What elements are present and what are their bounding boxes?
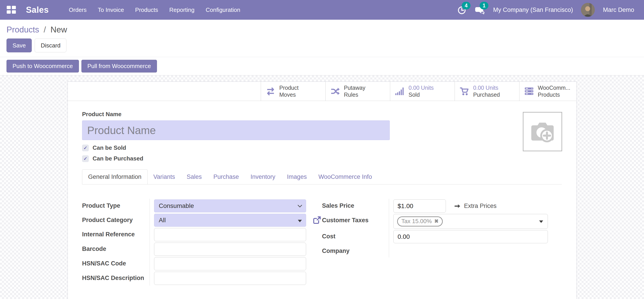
menu-to-invoice[interactable]: To Invoice: [97, 5, 124, 15]
tab-purchase[interactable]: Purchase: [208, 169, 245, 184]
avatar-photo: [581, 3, 595, 17]
shuffle-icon: [330, 87, 340, 96]
hsn-sac-description-row: HSN/SAC Description: [82, 271, 306, 285]
activities-button[interactable]: 4: [457, 5, 467, 15]
stat-value: 0.00 Units: [408, 84, 434, 91]
company-field[interactable]: [389, 244, 548, 257]
tag-remove-icon[interactable]: ✖: [434, 219, 438, 224]
cart-icon: [459, 87, 470, 96]
can-be-sold-label: Can be Sold: [92, 144, 126, 151]
product-name-label: Product Name: [82, 111, 562, 118]
units-purchased-stat-button[interactable]: 0.00 Units Purchased: [454, 82, 519, 101]
breadcrumb-current: New: [50, 25, 67, 34]
breadcrumb-products-link[interactable]: Products: [6, 25, 39, 34]
apps-grid-square: [12, 6, 16, 9]
left-field-group: Product Type Consumable Product Category: [82, 199, 306, 285]
cost-input[interactable]: [393, 230, 548, 243]
product-name-input[interactable]: [82, 120, 390, 140]
tax-tag: Tax 15.00% ✖: [397, 216, 443, 226]
product-moves-stat-button[interactable]: Product Moves: [261, 82, 325, 101]
stat-line2: Products: [538, 91, 570, 98]
can-be-purchased-checkbox[interactable]: ✓: [82, 155, 89, 162]
stat-label: Product Moves: [279, 84, 298, 98]
messages-button[interactable]: 1: [475, 5, 485, 15]
stat-label: 0.00 Units Sold: [408, 84, 434, 98]
main-menu: Orders To Invoice Products Reporting Con…: [68, 5, 241, 15]
tab-woocommerce-info[interactable]: WooCommerce Info: [312, 169, 378, 184]
save-button[interactable]: Save: [6, 39, 32, 52]
sales-price-label: Sales Price: [322, 199, 389, 213]
woocommerce-products-stat-button[interactable]: WooComm... Products: [519, 82, 576, 101]
apps-grid-square: [7, 10, 11, 14]
can-be-purchased-label: Can be Purchased: [92, 155, 143, 162]
cost-row: Cost: [322, 229, 548, 244]
stat-label: WooComm... Products: [538, 84, 570, 98]
product-type-select[interactable]: Consumable: [154, 199, 306, 212]
product-category-select[interactable]: All: [154, 214, 306, 227]
server-icon: [524, 87, 534, 96]
product-name-block: Product Name: [82, 111, 562, 140]
extra-prices-link[interactable]: Extra Prices: [454, 202, 497, 209]
form-sheet: Product Moves Putaway Rules: [68, 82, 577, 299]
caret-down-icon: [539, 220, 543, 223]
can-be-purchased-row: ✓ Can be Purchased: [82, 155, 562, 162]
exchange-icon: [266, 87, 276, 96]
menu-orders[interactable]: Orders: [68, 5, 87, 15]
apps-menu-icon[interactable]: [7, 6, 16, 14]
form-view-background: Product Moves Putaway Rules: [0, 75, 644, 299]
can-be-sold-checkbox[interactable]: ✓: [82, 145, 89, 151]
can-be-sold-row: ✓ Can be Sold: [82, 144, 562, 151]
breadcrumb-separator: /: [44, 25, 46, 34]
tab-images[interactable]: Images: [281, 169, 312, 184]
hsn-sac-code-input[interactable]: [154, 257, 306, 270]
tab-sales[interactable]: Sales: [181, 169, 208, 184]
tab-general-information[interactable]: General Information: [82, 169, 148, 184]
right-field-group: Sales Price Extra Prices: [322, 199, 548, 285]
putaway-rules-stat-button[interactable]: Putaway Rules: [325, 82, 390, 101]
barcode-label: Barcode: [82, 242, 150, 256]
push-to-woocommerce-button[interactable]: Push to Woocommerce: [6, 60, 79, 73]
company-switcher[interactable]: My Company (San Francisco): [493, 7, 573, 14]
customer-taxes-field[interactable]: Tax 15.00% ✖: [393, 214, 548, 229]
avatar[interactable]: [581, 3, 595, 17]
menu-reporting[interactable]: Reporting: [169, 5, 195, 15]
caret-down-icon: [298, 220, 302, 222]
sales-price-input[interactable]: [393, 199, 446, 213]
user-menu[interactable]: Marc Demo: [603, 7, 634, 14]
product-type-value: Consumable: [159, 202, 194, 209]
sheet-body: Product Name ✓ Can be Sold ✓ Can be Purc…: [68, 101, 576, 285]
company-label: Company: [322, 244, 389, 257]
external-link-icon[interactable]: [312, 216, 321, 226]
internal-reference-input[interactable]: [154, 228, 306, 241]
tab-inventory[interactable]: Inventory: [245, 169, 281, 184]
form-actions: Save Discard: [0, 35, 644, 57]
discard-button[interactable]: Discard: [35, 39, 66, 52]
stat-line1: Putaway: [344, 84, 366, 91]
barcode-input[interactable]: [154, 243, 306, 256]
menu-products[interactable]: Products: [134, 5, 158, 15]
stat-value: 0.00 Units: [473, 84, 500, 91]
customer-taxes-label: Customer Taxes: [322, 213, 389, 229]
stat-label: 0.00 Units Purchased: [473, 84, 500, 98]
customer-taxes-row: Customer Taxes Tax 15.00% ✖: [322, 213, 548, 229]
top-navbar: Sales Orders To Invoice Products Reporti…: [0, 0, 644, 20]
app-name[interactable]: Sales: [26, 5, 49, 15]
hsn-sac-description-input[interactable]: [154, 272, 306, 285]
woocommerce-actions: Push to Woocommerce Pull from Woocommerc…: [0, 57, 644, 75]
tab-variants[interactable]: Variants: [148, 169, 181, 184]
pull-from-woocommerce-button[interactable]: Pull from Woocommerce: [82, 60, 157, 73]
product-type-row: Product Type Consumable: [82, 199, 306, 213]
units-sold-stat-button[interactable]: 0.00 Units Sold: [390, 82, 454, 101]
menu-configuration[interactable]: Configuration: [205, 5, 241, 15]
sales-price-row: Sales Price Extra Prices: [322, 199, 548, 213]
stat-line2: Sold: [408, 91, 434, 98]
stat-label: Putaway Rules: [344, 84, 366, 98]
barcode-row: Barcode: [82, 242, 306, 256]
apps-grid-square: [12, 10, 16, 14]
apps-grid-square: [7, 6, 11, 9]
breadcrumb: Products / New: [0, 20, 644, 35]
internal-reference-label: Internal Reference: [82, 227, 150, 242]
general-information-page: Product Type Consumable Product Category: [82, 184, 562, 285]
extra-prices-text: Extra Prices: [464, 202, 497, 209]
notebook-tabs: General Information Variants Sales Purch…: [82, 169, 562, 184]
